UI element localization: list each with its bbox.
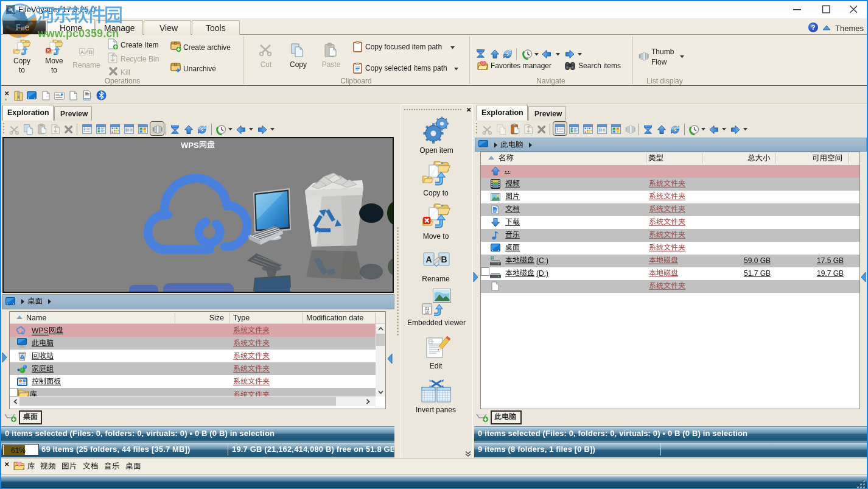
svg-text:B: B — [441, 255, 447, 264]
svg-text:?: ? — [811, 24, 816, 31]
svg-text:10: 10 — [425, 310, 430, 314]
svg-text:A: A — [80, 49, 85, 55]
svg-text:A: A — [425, 255, 432, 264]
svg-text:B: B — [89, 49, 93, 55]
